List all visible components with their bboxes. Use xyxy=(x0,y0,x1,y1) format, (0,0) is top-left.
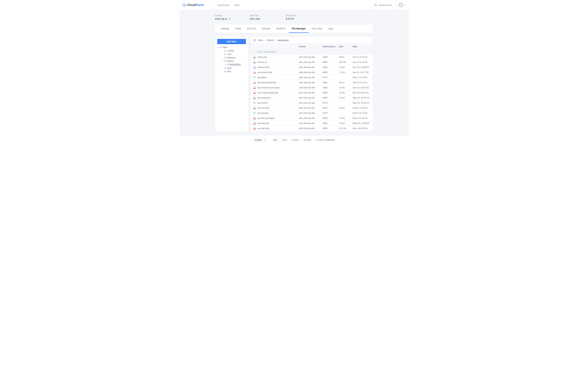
tab-file-manager[interactable]: File Manager xyxy=(289,24,309,33)
breadcrumb-item[interactable]: htdocs xyxy=(267,39,274,42)
tab-vhost[interactable]: Vhost xyxy=(232,24,244,33)
tree-item--ssh[interactable]: ▸.ssh xyxy=(215,52,248,56)
file-size: 405 b xyxy=(339,56,353,58)
file-owner: john-doe:clp-site xyxy=(299,66,323,69)
file-date: Apr 5, 21:13:55 xyxy=(353,76,373,79)
site-user-label: Site User xyxy=(250,14,286,17)
file-row[interactable]: wp-includesjohn-doe:clp-site0770Apr 5, 2… xyxy=(251,110,373,115)
file-owner: john-doe:clp-site xyxy=(299,112,323,114)
tree-item-backups[interactable]: ▸backups xyxy=(215,56,248,59)
file-row[interactable]: PHPwp-config.phpjohn-doe:clp-site06603.4… xyxy=(251,95,373,100)
breadcrumb-bar: Files›htdocs›www.clp.io xyxy=(251,37,373,44)
svg-rect-65 xyxy=(254,117,255,118)
file-permissions: 0770 xyxy=(323,112,339,114)
svg-text:PHP: PHP xyxy=(254,123,256,124)
svg-rect-71 xyxy=(254,122,255,123)
language-select[interactable]: English xyxy=(253,138,267,142)
file-name: wp-comments-post.php xyxy=(257,86,279,89)
file-owner: john-doe:clp-site xyxy=(299,107,323,109)
file-date: Feb 6, 07:33:11 xyxy=(353,81,373,84)
file-size: 3.0 kb xyxy=(339,92,353,94)
th-date[interactable]: Date xyxy=(353,45,373,48)
folder-tree: ▼Files▸.cache▸.ssh▸backups▼htdocs▸www.cl… xyxy=(215,46,248,73)
tab-security[interactable]: Security xyxy=(259,24,273,33)
svg-rect-34 xyxy=(254,81,256,82)
file-row[interactable]: PHPwp-blog-header.phpjohn-doe:clp-site06… xyxy=(251,80,373,85)
file-row[interactable]: PHPwp-links-opml.phpjohn-doe:clp-site066… xyxy=(251,115,373,121)
file-row[interactable]: TXTlicense.txtjohn-doe:clp-site066019.9 … xyxy=(251,60,373,65)
table-header: Owner Permissions Size Date xyxy=(251,44,373,49)
tree-root[interactable]: ▼Files xyxy=(215,46,248,49)
tree-item-label: tmp xyxy=(227,70,231,73)
svg-rect-41 xyxy=(254,87,255,87)
file-owner: john-doe:clp-site xyxy=(299,56,323,58)
refresh-button[interactable] xyxy=(253,39,256,42)
tree-item--cache[interactable]: ▸.cache xyxy=(215,49,248,52)
footer-blog-link[interactable]: Blog xyxy=(273,139,277,141)
php-file-icon: PHP xyxy=(253,86,256,89)
user-menu[interactable]: ▼ xyxy=(395,0,408,10)
folder-icon xyxy=(253,112,256,114)
file-row[interactable]: PHPwp-login.phpjohn-doe:clp-site066047.9… xyxy=(251,126,373,131)
domain-value[interactable]: www.clp.io xyxy=(215,17,227,20)
footer-issues-link[interactable]: Issues xyxy=(293,139,299,141)
file-date: May 16, 14:16:13 xyxy=(353,102,373,104)
chevron-right-icon: › xyxy=(265,39,265,42)
tree-item-www-clp-io[interactable]: ▸www.clp.io xyxy=(215,63,248,66)
nav-sites[interactable]: Sites xyxy=(234,4,240,6)
file-owner: john-doe:clp-site xyxy=(299,71,323,74)
file-name: wp-links-opml.php xyxy=(257,117,275,119)
file-owner: john-doe:clp-site xyxy=(299,97,323,99)
chevron-right-icon[interactable]: ▸ xyxy=(225,63,226,65)
footer-docs-link[interactable]: Docs xyxy=(283,139,287,141)
file-size: 3.9 kb xyxy=(339,122,353,124)
tab-settings[interactable]: Settings xyxy=(218,24,232,33)
logo[interactable]: CloudPanel xyxy=(180,0,211,10)
external-link-icon[interactable] xyxy=(228,18,231,20)
chevron-down-icon[interactable]: ▼ xyxy=(217,46,219,48)
file-row[interactable]: PHPwp-cron.phpjohn-doe:clp-site06603.9 k… xyxy=(251,105,373,110)
tab-logs[interactable]: Logs xyxy=(325,24,336,33)
file-row[interactable]: PHPwp-config-sample.phpjohn-doe:clp-site… xyxy=(251,90,373,95)
file-name: wp-includes xyxy=(257,112,269,114)
file-row[interactable]: PHPwp-activate.phpjohn-doe:clp-site06607… xyxy=(251,70,373,75)
file-row[interactable]: PHPwp-load.phpjohn-doe:clp-site06603.9 k… xyxy=(251,121,373,126)
file-row[interactable]: PHPindex.phpjohn-doe:clp-site0660405 bFe… xyxy=(251,54,373,60)
footer-contact-link[interactable]: Contact xyxy=(304,139,311,141)
svg-rect-59 xyxy=(254,107,255,107)
tree-root-label: Files xyxy=(222,46,227,49)
file-owner: john-doe:clp-site xyxy=(299,76,323,79)
tab-ssl-tls[interactable]: SSL/TLS xyxy=(244,24,259,33)
back-to-parent-row[interactable]: back to parent folder xyxy=(251,49,373,54)
svg-rect-52 xyxy=(254,96,256,97)
file-row[interactable]: wp-contentjohn-doe:clp-site0770May 16, 1… xyxy=(251,100,373,105)
breadcrumb-item[interactable]: Files xyxy=(258,39,263,42)
file-table-body[interactable]: back to parent folder PHPindex.phpjohn-d… xyxy=(251,49,373,132)
file-row[interactable]: PHPwp-comments-post.phpjohn-doe:clp-site… xyxy=(251,85,373,90)
file-permissions: 0660 xyxy=(323,92,339,94)
file-permissions: 0660 xyxy=(323,56,339,58)
breadcrumb: Files›htdocs›www.clp.io xyxy=(258,39,289,42)
tree-item-htdocs[interactable]: ▼htdocs xyxy=(215,59,248,63)
th-permissions[interactable]: Permissions xyxy=(323,45,339,48)
tree-item-label: backups xyxy=(227,56,236,59)
file-permissions: 0770 xyxy=(323,102,339,104)
file-permissions: 0660 xyxy=(323,66,339,69)
tree-item-label: .ssh xyxy=(227,53,231,55)
tree-item-tmp[interactable]: ▸tmp xyxy=(215,69,248,73)
file-row[interactable]: wp-adminjohn-doe:clp-site0770Apr 5, 21:1… xyxy=(251,75,373,80)
th-owner[interactable]: Owner xyxy=(299,45,323,48)
add-new-button[interactable]: Add New xyxy=(217,39,246,44)
nav-dashboard[interactable]: Dashboard xyxy=(217,4,229,6)
breadcrumb-item[interactable]: www.clp.io xyxy=(278,39,289,42)
file-owner: john-doe:clp-site xyxy=(299,122,323,124)
chevron-down-icon[interactable]: ▼ xyxy=(222,60,223,62)
admin-area-link[interactable]: Admin Area xyxy=(370,0,395,10)
tab-ssh-ftp[interactable]: SSH/FTP xyxy=(273,24,289,33)
file-name: readme.html xyxy=(257,66,269,69)
tab-cron-jobs[interactable]: Cron Jobs xyxy=(309,24,325,33)
th-size[interactable]: Size xyxy=(339,45,353,48)
tree-item-label: .cache xyxy=(227,49,234,52)
tree-item-logs[interactable]: ▸logs xyxy=(215,66,248,69)
file-row[interactable]: HTMLreadme.htmljohn-doe:clp-site06607.4 … xyxy=(251,65,373,70)
